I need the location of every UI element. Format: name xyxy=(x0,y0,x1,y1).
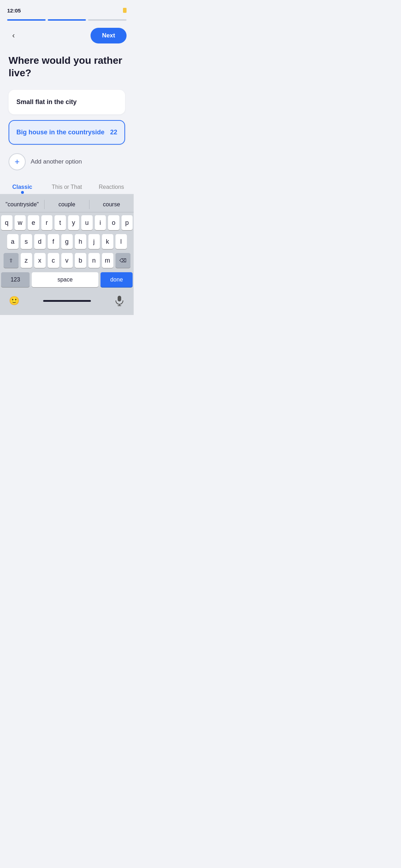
key-space[interactable]: space xyxy=(32,272,98,287)
key-row-1: q w e r t y u i o p xyxy=(1,215,133,230)
status-time: 12:05 xyxy=(7,7,21,14)
plus-icon: + xyxy=(15,157,20,166)
key-h[interactable]: h xyxy=(75,234,86,249)
status-icons xyxy=(123,8,127,13)
option-label-1: Small flat in the city xyxy=(16,98,77,105)
key-s[interactable]: s xyxy=(21,234,32,249)
back-arrow-icon: ‹ xyxy=(12,31,15,40)
key-z[interactable]: z xyxy=(21,253,32,268)
suggestion-1[interactable]: "countryside" xyxy=(0,200,45,209)
key-j[interactable]: j xyxy=(88,234,100,249)
progress-segment-2 xyxy=(48,19,86,21)
key-x[interactable]: x xyxy=(34,253,46,268)
key-l[interactable]: l xyxy=(115,234,127,249)
key-d[interactable]: d xyxy=(34,234,46,249)
key-e[interactable]: e xyxy=(28,215,39,230)
add-option-button[interactable]: + xyxy=(9,153,26,170)
key-u[interactable]: u xyxy=(81,215,93,230)
suggestion-2[interactable]: couple xyxy=(45,200,89,209)
option-card-2[interactable]: Big house in the countryside 22 xyxy=(9,120,125,145)
key-m[interactable]: m xyxy=(102,253,113,268)
progress-segment-1 xyxy=(7,19,46,21)
option-card-1[interactable]: Small flat in the city xyxy=(9,90,125,114)
key-t[interactable]: t xyxy=(55,215,66,230)
key-o[interactable]: o xyxy=(108,215,119,230)
tab-classic[interactable]: Classic xyxy=(0,179,45,194)
key-shift[interactable]: ⇧ xyxy=(4,253,19,268)
key-n[interactable]: n xyxy=(88,253,100,268)
key-g[interactable]: g xyxy=(61,234,73,249)
option-count-2: 22 xyxy=(110,129,117,136)
key-y[interactable]: y xyxy=(68,215,79,230)
question-title: Where would you rather live? xyxy=(0,47,134,90)
key-c[interactable]: c xyxy=(48,253,59,268)
mic-key[interactable] xyxy=(112,294,127,308)
options-container: Small flat in the city Big house in the … xyxy=(0,90,134,145)
battery-icon xyxy=(123,8,127,13)
keyboard-extra-row: 🙂 xyxy=(0,291,134,315)
key-row-2: a s d f g h j k l xyxy=(1,234,133,249)
key-row-3: ⇧ z x c v b n m ⌫ xyxy=(1,253,133,268)
key-b[interactable]: b xyxy=(75,253,86,268)
key-k[interactable]: k xyxy=(102,234,113,249)
back-button[interactable]: ‹ xyxy=(7,29,20,42)
key-r[interactable]: r xyxy=(41,215,53,230)
home-indicator xyxy=(43,300,91,302)
key-numeric[interactable]: 123 xyxy=(1,272,30,287)
key-a[interactable]: a xyxy=(7,234,19,249)
status-bar: 12:05 xyxy=(0,0,134,16)
add-option-row[interactable]: + Add another option xyxy=(0,145,134,179)
key-f[interactable]: f xyxy=(48,234,59,249)
svg-rect-0 xyxy=(118,296,121,301)
keyboard-bottom-row: 123 space done xyxy=(0,271,134,291)
option-label-2: Big house in the countryside xyxy=(16,129,104,136)
tab-this-or-that[interactable]: This or That xyxy=(45,179,89,194)
progress-segment-3 xyxy=(88,19,127,21)
key-q[interactable]: q xyxy=(1,215,12,230)
emoji-key[interactable]: 🙂 xyxy=(7,294,21,308)
key-done[interactable]: done xyxy=(101,272,133,287)
key-i[interactable]: i xyxy=(95,215,106,230)
add-option-label: Add another option xyxy=(31,158,82,165)
keyboard: "countryside" couple course q w e r t y … xyxy=(0,194,134,315)
key-p[interactable]: p xyxy=(122,215,133,230)
keyboard-suggestions: "countryside" couple course xyxy=(0,197,134,212)
progress-bar xyxy=(0,16,134,24)
next-button[interactable]: Next xyxy=(91,28,127,43)
key-delete[interactable]: ⌫ xyxy=(115,253,130,268)
tab-reactions[interactable]: Reactions xyxy=(89,179,134,194)
keyboard-rows: q w e r t y u i o p a s d f g h j k l ⇧ … xyxy=(0,212,134,271)
tabs-bar: Classic This or That Reactions xyxy=(0,179,134,194)
key-v[interactable]: v xyxy=(61,253,73,268)
nav-bar: ‹ Next xyxy=(0,24,134,47)
key-w[interactable]: w xyxy=(15,215,26,230)
suggestion-3[interactable]: course xyxy=(89,200,134,209)
